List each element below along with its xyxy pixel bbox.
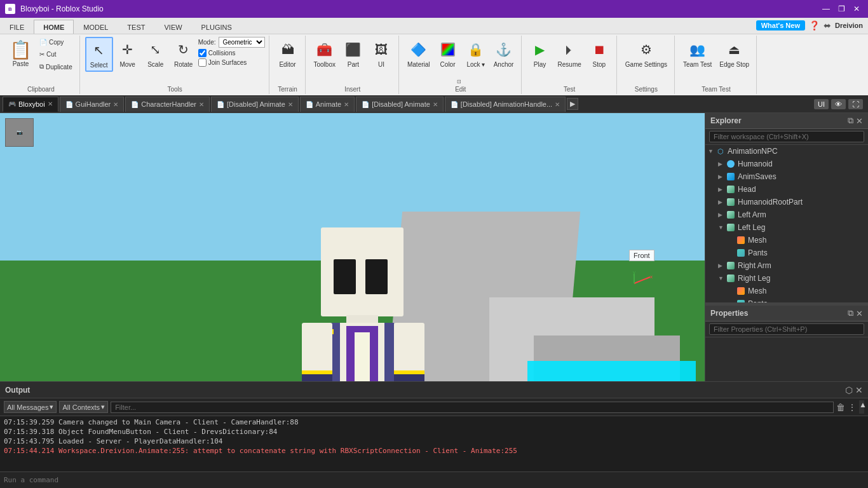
doc-tab-disabled-animate-1[interactable]: 📄 [Disabled] Animate ✕ bbox=[211, 97, 299, 112]
tab-close-disabled-animate-1[interactable]: ✕ bbox=[288, 101, 293, 108]
tree-item-rightleg-mesh[interactable]: Mesh bbox=[705, 285, 868, 297]
tab-close-disabled-animate-2[interactable]: ✕ bbox=[433, 101, 438, 108]
eye-button[interactable]: 👁 bbox=[831, 99, 846, 109]
close-button[interactable]: ✕ bbox=[850, 4, 863, 14]
command-bar bbox=[0, 471, 868, 488]
editor-button[interactable]: 🏔 Editor bbox=[275, 37, 301, 71]
team-icon: 👥 bbox=[688, 39, 708, 60]
material-button[interactable]: 🔷 Material bbox=[404, 37, 433, 71]
ui-button[interactable]: 🖼 UI bbox=[368, 37, 395, 71]
command-input[interactable] bbox=[4, 476, 864, 484]
play-button[interactable]: ▶ Play bbox=[527, 37, 553, 71]
scale-button[interactable]: ⤡ Scale bbox=[142, 37, 169, 72]
doc-tab-animationhandle[interactable]: 📄 [Disabled] AnimationHandle... ✕ bbox=[445, 97, 566, 112]
duplicate-button[interactable]: ⧉ Duplicate bbox=[36, 61, 76, 72]
output-toolbar: All Messages ▾ All Contexts ▾ 🗑 ⋮ ▲ bbox=[0, 398, 868, 416]
all-messages-dropdown[interactable]: All Messages ▾ bbox=[4, 401, 57, 413]
properties-pin-button[interactable]: ⧉ bbox=[848, 308, 853, 318]
user-name: Dreivion bbox=[835, 22, 863, 29]
tree-item-leftleg-mesh[interactable]: Mesh bbox=[705, 234, 868, 247]
resume-icon: ⏵ bbox=[559, 39, 580, 60]
join-surfaces-checkbox[interactable] bbox=[198, 58, 207, 67]
doc-tab-characterhandler[interactable]: 📄 CharacterHandler ✕ bbox=[125, 97, 210, 112]
tree-item-rightleg[interactable]: Right Leg bbox=[705, 272, 868, 285]
tab-close-characterhandler[interactable]: ✕ bbox=[199, 101, 204, 108]
output-close-button[interactable]: ✕ bbox=[855, 385, 863, 395]
anchor-icon: ⚓ bbox=[494, 39, 514, 60]
output-scroll-up[interactable]: ▲ bbox=[859, 400, 864, 414]
viewport[interactable]: Front x y bbox=[0, 113, 705, 381]
doc-tab-bloxyboi[interactable]: 🎮 Bloxyboi ✕ bbox=[3, 97, 58, 112]
anchor-button[interactable]: ⚓ Anchor bbox=[491, 37, 517, 71]
output-filter-input[interactable] bbox=[111, 402, 834, 413]
tree-item-leftarm[interactable]: Left Arm bbox=[705, 208, 868, 221]
properties-close-button[interactable]: ✕ bbox=[856, 308, 863, 318]
doc-tab-animate[interactable]: 📄 Animate ✕ bbox=[300, 97, 355, 112]
tree-item-humanoidrootpart[interactable]: HumanoidRootPart bbox=[705, 196, 868, 208]
output-expand-button[interactable]: ⬡ bbox=[845, 385, 853, 395]
explorer-pin-button[interactable]: ⧉ bbox=[848, 116, 853, 126]
edge-stop-button[interactable]: ⏏ Edge Stop bbox=[716, 37, 752, 71]
cyan-block bbox=[527, 361, 696, 381]
tree-item-rightleg-pants[interactable]: Pants bbox=[705, 297, 868, 302]
tab-close-bloxyboi[interactable]: ✕ bbox=[48, 100, 53, 107]
tab-close-animate[interactable]: ✕ bbox=[344, 101, 349, 108]
tab-test[interactable]: TEST bbox=[118, 20, 154, 34]
tree-item-rightarm[interactable]: Right Arm bbox=[705, 259, 868, 272]
share-icon[interactable]: ⬌ bbox=[824, 20, 831, 30]
tab-close-animationhandle[interactable]: ✕ bbox=[555, 101, 560, 108]
tree-item-leftleg[interactable]: Left Leg bbox=[705, 221, 868, 234]
properties-filter-input[interactable] bbox=[709, 323, 864, 335]
restore-button[interactable]: ❐ bbox=[835, 4, 848, 14]
explorer-filter-input[interactable] bbox=[709, 131, 864, 142]
collisions-checkbox[interactable] bbox=[198, 49, 207, 57]
lock-button[interactable]: 🔒 Lock▾ bbox=[463, 37, 489, 71]
paste-button[interactable]: 📋 Paste bbox=[6, 37, 35, 72]
cut-button[interactable]: ✂ Cut bbox=[36, 49, 76, 60]
tab-close-guihandler[interactable]: ✕ bbox=[113, 101, 118, 108]
svg-rect-11 bbox=[355, 332, 370, 381]
doc-tab-guihandler[interactable]: 📄 GuiHandler ✕ bbox=[60, 97, 125, 112]
ui-toggle-button[interactable]: UI bbox=[814, 99, 829, 109]
output-trash-button[interactable]: 🗑 bbox=[836, 402, 845, 412]
help-icon[interactable]: ❓ bbox=[809, 20, 820, 30]
explorer-close-button[interactable]: ✕ bbox=[856, 116, 863, 126]
tree-item-leftleg-pants[interactable]: Pants bbox=[705, 247, 868, 259]
stop-button[interactable]: ⏹ Stop bbox=[586, 37, 613, 71]
play-label: Play bbox=[534, 61, 546, 68]
tab-scroll-right[interactable]: ▶ bbox=[567, 98, 578, 110]
svg-rect-6 bbox=[365, 259, 388, 294]
select-button[interactable]: ↖ Select bbox=[85, 37, 113, 72]
team-button[interactable]: 👥 Team Test bbox=[680, 37, 715, 71]
whats-new-button[interactable]: What's New bbox=[756, 20, 805, 30]
tab-view[interactable]: VIEW bbox=[154, 20, 191, 34]
output-menu-button[interactable]: ⋮ bbox=[848, 402, 857, 412]
label-rightarm: Right Arm bbox=[738, 261, 771, 270]
mode-select[interactable]: Geometric bbox=[219, 37, 265, 48]
copy-button[interactable]: 📄 Copy bbox=[36, 37, 76, 48]
rotate-button[interactable]: ↻ Rotate bbox=[170, 37, 197, 72]
resume-button[interactable]: ⏵ Resume bbox=[555, 37, 585, 71]
game-settings-button[interactable]: ⚙ Game Settings bbox=[622, 37, 670, 71]
tab-icon-bloxyboi: 🎮 bbox=[8, 100, 16, 108]
all-contexts-dropdown[interactable]: All Contexts ▾ bbox=[59, 401, 108, 413]
tab-plugins[interactable]: PLUGINS bbox=[192, 20, 241, 34]
toolbox-button[interactable]: 🧰 Toolbox bbox=[311, 37, 339, 71]
tab-model[interactable]: MODEL bbox=[74, 20, 118, 34]
color-button[interactable]: Color bbox=[435, 37, 461, 71]
edit-expand-icon[interactable]: ⊡ bbox=[457, 79, 461, 85]
tab-home[interactable]: HOME bbox=[34, 20, 74, 34]
tree-item-humanoid[interactable]: Humanoid bbox=[705, 158, 868, 170]
tree-item-head[interactable]: Head bbox=[705, 183, 868, 196]
tree-item-animsaves[interactable]: AnimSaves bbox=[705, 170, 868, 183]
rotate-label: Rotate bbox=[174, 61, 193, 68]
minimize-button[interactable]: — bbox=[820, 4, 832, 14]
tab-file[interactable]: FILE bbox=[0, 20, 34, 34]
part-button[interactable]: ⬛ Part bbox=[340, 37, 367, 71]
tools-items: ↖ Select ✛ Move ⤡ Scale ↻ bbox=[85, 37, 265, 85]
tree-item-animationnpc[interactable]: ⬡ AnimationNPC bbox=[705, 145, 868, 158]
doc-tab-disabled-animate-2[interactable]: 📄 [Disabled] Animate ✕ bbox=[356, 97, 444, 112]
expand-view-button[interactable]: ⛶ bbox=[848, 99, 863, 109]
move-button[interactable]: ✛ Move bbox=[114, 37, 141, 72]
app-body: FILE HOME MODEL TEST VIEW PLUGINS What's… bbox=[0, 18, 868, 488]
